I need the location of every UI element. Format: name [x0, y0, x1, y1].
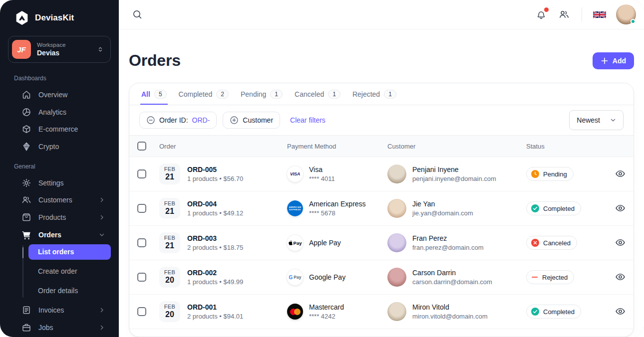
sidebar-item-create-order[interactable]: Create order: [28, 264, 111, 279]
customer-email: carson.darrin@domain.com: [412, 278, 492, 286]
sidebar-item-orders[interactable]: Orders: [14, 227, 111, 243]
sub-item-label: Order details: [38, 287, 78, 295]
invoice-icon: [21, 305, 31, 315]
row-checkbox[interactable]: [137, 204, 146, 213]
tab-label: Pending: [241, 90, 266, 98]
tab-all[interactable]: All 5: [140, 83, 168, 105]
view-order-button[interactable]: [614, 201, 627, 215]
sidebar-item-list-orders[interactable]: List orders: [28, 244, 111, 260]
date-badge: FEB21: [159, 164, 180, 184]
section-label-dashboards: Dashboards: [14, 75, 111, 82]
status-label: Pending: [543, 170, 567, 178]
eye-icon: [615, 306, 626, 317]
workspace-selector[interactable]: JF Workspace Devias: [8, 36, 111, 63]
chevron-right-icon: [98, 306, 106, 314]
next-page-button[interactable]: [612, 335, 624, 337]
date-month: FEB: [159, 269, 180, 275]
uk-flag[interactable]: [593, 10, 606, 19]
filter-bar: Order ID: ORD- Customer Clear filters Ne…: [129, 105, 634, 136]
contacts-button[interactable]: [558, 8, 571, 21]
previous-page-button[interactable]: [592, 335, 604, 337]
view-order-button[interactable]: [614, 167, 627, 180]
table-header-row: Order Payment Method Customer Status: [129, 136, 634, 157]
tab-rejected[interactable]: Rejected 1: [351, 83, 397, 105]
row-checkbox[interactable]: [137, 273, 146, 282]
select-all-checkbox[interactable]: [137, 142, 146, 151]
users-icon: [21, 195, 31, 205]
sidebar-item-overview[interactable]: Overview: [14, 87, 111, 103]
check-circle-icon: [531, 308, 539, 316]
payment-name: American Express: [309, 200, 366, 208]
user-avatar[interactable]: [616, 4, 636, 24]
date-day: 20: [159, 276, 180, 285]
mastercard-icon: [287, 304, 303, 320]
users-icon: [559, 9, 570, 20]
row-checkbox[interactable]: [137, 169, 146, 178]
content: Orders Add All 5 Completed 2: [119, 29, 644, 337]
check-circle-icon: [531, 204, 539, 212]
online-status-dot: [631, 19, 636, 24]
workspace-logo: JF: [12, 40, 31, 59]
status-badge: Completed: [526, 201, 581, 215]
add-button[interactable]: Add: [593, 52, 634, 69]
visa-icon: VISA: [287, 166, 303, 182]
sidebar-item-invoices[interactable]: Invoices: [14, 303, 111, 319]
tab-canceled[interactable]: Canceled 1: [294, 83, 341, 105]
view-order-button[interactable]: [614, 236, 627, 249]
gear-icon: [21, 178, 31, 188]
sidebar-item-order-details[interactable]: Order details: [28, 283, 111, 299]
payment-card-number: **** 4242: [309, 313, 344, 320]
page-title: Orders: [129, 51, 181, 70]
payment-card-number: **** 4011: [309, 175, 335, 182]
plus-icon: [601, 57, 609, 65]
sort-select[interactable]: Newest: [569, 110, 624, 130]
gpay-g-wordmark: G: [289, 275, 293, 280]
row-checkbox[interactable]: [137, 238, 146, 247]
sidebar-item-customers[interactable]: Customers: [14, 192, 111, 208]
brand[interactable]: DeviasKit: [8, 0, 111, 32]
customer-avatar: [387, 165, 406, 183]
tab-label: Completed: [179, 90, 213, 98]
row-checkbox[interactable]: [137, 307, 146, 316]
topbar: [119, 0, 644, 29]
tab-pending[interactable]: Pending 1: [240, 83, 284, 105]
gpay-pay-wordmark: Pay: [294, 275, 301, 280]
order-id: ORD-004: [187, 200, 243, 208]
status-badge: Completed: [526, 305, 581, 319]
notification-dot: [544, 7, 549, 12]
chevron-down-icon: [98, 231, 106, 239]
tab-completed[interactable]: Completed 2: [178, 83, 230, 105]
sidebar-item-label: Settings: [38, 179, 64, 187]
notifications-button[interactable]: [535, 8, 548, 21]
sidebar-item-crypto[interactable]: Crypto: [14, 139, 111, 155]
date-month: FEB: [159, 200, 180, 206]
sidebar-item-label: Products: [38, 213, 66, 221]
sidebar-item-settings[interactable]: Settings: [14, 175, 111, 191]
payment-card-number: **** 5678: [309, 209, 366, 217]
chevron-right-icon: [98, 196, 106, 204]
sidebar-item-analytics[interactable]: Analytics: [14, 104, 111, 120]
clear-filters-button[interactable]: Clear filters: [290, 116, 325, 124]
tab-count-badge: 1: [384, 90, 396, 99]
status-badge: Pending: [526, 167, 574, 181]
view-order-button[interactable]: [614, 305, 627, 318]
add-button-label: Add: [613, 57, 626, 65]
view-order-button[interactable]: [614, 270, 627, 284]
sidebar-item-products[interactable]: Products: [14, 209, 111, 225]
amex-icon: AMERICANEXPRESS: [287, 200, 303, 216]
filter-chip-value: ORD-: [192, 116, 210, 124]
sidebar-item-label: Orders: [38, 231, 61, 239]
sidebar-item-jobs[interactable]: Jobs: [14, 320, 111, 336]
subnav-track-active: [22, 247, 23, 258]
order-id-filter-chip[interactable]: Order ID: ORD-: [139, 112, 217, 129]
sidebar-item-ecommerce[interactable]: E-commerce: [14, 121, 111, 137]
date-day: 21: [159, 207, 180, 216]
order-summary: 1 products • $49.99: [187, 278, 243, 286]
column-header-actions: [610, 136, 634, 157]
search-button[interactable]: [131, 8, 144, 21]
customer-filter-chip[interactable]: Customer: [223, 112, 280, 129]
status-label: Completed: [543, 308, 575, 316]
sort-value: Newest: [577, 116, 600, 124]
date-month: FEB: [159, 304, 180, 310]
amex-wordmark-line2: EXPRESS: [290, 208, 301, 211]
